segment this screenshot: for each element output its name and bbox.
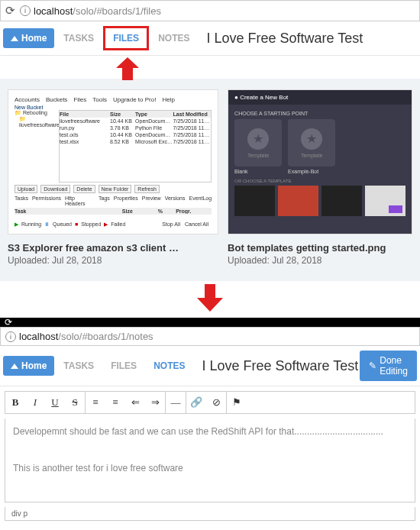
file-title: S3 Explorer free amazon s3 client … — [8, 242, 218, 254]
s3-menu: AccountsBucketsFilesToolsUpgrade to Pro!… — [15, 96, 212, 103]
strike-button[interactable]: S — [65, 392, 85, 413]
list-ordered-button[interactable]: ≡ — [86, 392, 105, 413]
home-label: Home — [21, 33, 47, 44]
file-card[interactable]: AccountsBucketsFilesToolsUpgrade to Pro!… — [8, 89, 218, 266]
bot-header: ● Create a New Bot — [228, 90, 412, 105]
svg-marker-0 — [116, 57, 139, 80]
list-unordered-button[interactable]: ≡ — [105, 392, 125, 413]
s3-tabs: TasksPermissionsHttp HeadersTagsProperti… — [15, 196, 212, 206]
home-button[interactable]: Home — [3, 28, 54, 48]
bold-button[interactable]: B — [5, 392, 25, 413]
file-thumbnail: AccountsBucketsFilesToolsUpgrade to Pro!… — [8, 89, 218, 234]
editor-body[interactable]: Developemnt should be fast and we can us… — [5, 419, 415, 503]
home-icon — [11, 364, 18, 369]
bot-templates: ★Template ★Template — [234, 119, 405, 166]
file-uploaded: Uploaded: Jul 28, 2018 — [8, 255, 218, 266]
underline-button[interactable]: U — [45, 392, 65, 413]
link-button[interactable]: 🔗 — [186, 392, 206, 413]
done-editing-label: Done Editing — [380, 355, 408, 376]
info-icon[interactable]: i — [20, 5, 31, 16]
page-title: I Love Free Software Test — [206, 31, 417, 47]
done-editing-button[interactable]: ✎ Done Editing — [360, 351, 417, 381]
browser-chrome-strip: ⟳ — [0, 318, 420, 327]
bot-or-label: OR CHOOSE A TEMPLATE — [234, 179, 405, 183]
url-text[interactable]: localhost/solo/#boards/1/files — [34, 5, 415, 17]
flag-button[interactable]: ⚑ — [227, 392, 247, 413]
file-title: Bot templates getting started.png — [228, 242, 412, 254]
tab-notes[interactable]: NOTES — [146, 356, 192, 376]
file-thumbnail: ● Create a New Bot CHOOSE A STARTING POI… — [228, 89, 412, 234]
tab-files[interactable]: FILES — [103, 356, 144, 376]
app-toolbar-top: Home TASKS FILES NOTES I Love Free Softw… — [0, 21, 420, 56]
outdent-button[interactable]: ⇐ — [125, 392, 145, 413]
editor-para: Developemnt should be fast and we can us… — [13, 426, 407, 437]
bot-strip — [234, 186, 405, 216]
editor-path: div p — [5, 507, 415, 521]
callout-arrow-down-icon — [197, 284, 223, 312]
s3-tree: 📁 Rebooting 📁 ilovefreesoftware — [15, 110, 57, 183]
editor-para: This is another test for i love free sof… — [13, 463, 407, 473]
home-icon — [11, 36, 18, 41]
page-title: I Love Free Software Test — [202, 358, 358, 374]
editor-toolbar: B I U S ≡ ≡ ⇐ ⇒ — 🔗 ⊘ ⚑ — [5, 391, 415, 414]
pencil-icon: ✎ — [369, 360, 376, 371]
file-uploaded: Uploaded: Jul 28, 2018 — [228, 255, 412, 266]
s3-statusbar: ▶Running⏸Queued■Stopped▶Failed Stop All … — [15, 221, 212, 228]
bot-choose-label: CHOOSE A STARTING POINT — [234, 111, 405, 116]
reload-icon[interactable]: ⟳ — [5, 317, 12, 328]
callout-arrow-up-icon — [116, 57, 139, 80]
info-icon[interactable]: i — [5, 331, 16, 342]
tab-notes[interactable]: NOTES — [150, 28, 197, 48]
hr-button[interactable]: — — [166, 392, 186, 413]
tab-tasks[interactable]: TASKS — [56, 28, 102, 48]
s3-new-bucket: New Bucket — [15, 105, 212, 110]
italic-button[interactable]: I — [25, 392, 45, 413]
url-text[interactable]: localhost/solo/#boards/1/notes — [19, 331, 415, 342]
s3-table: FileSizeTypeLast Modified ilovefreesoftw… — [59, 110, 212, 183]
browser-address-bar-bottom: i localhost/solo/#boards/1/notes — [0, 327, 420, 346]
indent-button[interactable]: ⇒ — [145, 392, 165, 413]
browser-address-bar-top: ⟳ i localhost/solo/#boards/1/files — [0, 0, 420, 21]
files-grid: AccountsBucketsFilesToolsUpgrade to Pro!… — [0, 79, 420, 281]
unlink-button[interactable]: ⊘ — [206, 392, 226, 413]
reload-icon[interactable]: ⟳ — [5, 4, 15, 18]
home-label: Home — [21, 360, 47, 371]
app-toolbar-bottom: Home TASKS FILES NOTES I Love Free Softw… — [0, 346, 420, 386]
file-card[interactable]: ● Create a New Bot CHOOSE A STARTING POI… — [228, 89, 412, 266]
s3-toolbar: UploadDownloadDeleteNew FolderRefresh — [15, 185, 212, 193]
svg-marker-1 — [197, 284, 223, 312]
tab-tasks[interactable]: TASKS — [56, 356, 102, 376]
home-button[interactable]: Home — [3, 356, 54, 376]
tab-files[interactable]: FILES — [103, 26, 149, 50]
